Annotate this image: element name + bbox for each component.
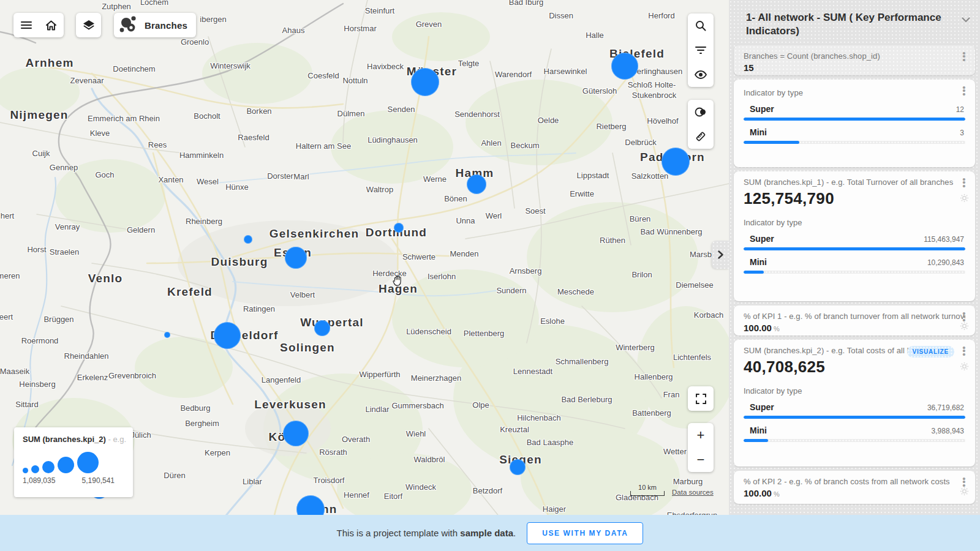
map-tools-mid (688, 100, 714, 149)
home-icon (45, 20, 57, 31)
branch-bubble[interactable] (314, 320, 330, 336)
indicator-row[interactable]: Super36,719,682 (744, 402, 965, 419)
widget-kpi1-percent: % of KPI 1 - e.g. % of branch turnover f… (734, 305, 975, 335)
gear-icon (960, 487, 969, 496)
widget-kpi2-percent: % of KPI 2 - e.g. % of branch costs from… (734, 471, 975, 504)
main-toolbar (13, 13, 64, 37)
widget-title: Indicator by type (744, 88, 965, 97)
layer-selector[interactable]: Branches (114, 13, 196, 37)
fullscreen-icon (696, 394, 706, 404)
zoom-in-button[interactable]: + (688, 423, 714, 448)
branch-bubble[interactable] (510, 459, 526, 475)
widget-value: 125,754,790 (744, 189, 965, 208)
widget-menu-button[interactable]: ••• (960, 312, 968, 322)
eye-icon (695, 70, 707, 79)
contrast-toggle-icon (695, 107, 707, 117)
widget-value: 15 (744, 62, 965, 73)
map-tools-top (688, 13, 714, 87)
app-window: ArnhemNijmegenVenloDuisburgEssenGelsenki… (0, 0, 980, 551)
branch-bubble[interactable] (411, 68, 439, 96)
legend-min-value: 1,089,035 (23, 476, 55, 485)
indicator-row[interactable]: Mini3 (744, 127, 965, 144)
gear-icon (960, 321, 969, 331)
sidebar-title: 1- All network - SUM ( Key Performance I… (746, 11, 956, 38)
fullscreen-button[interactable] (688, 386, 714, 411)
layers-button[interactable] (76, 13, 101, 37)
filter-icon (695, 45, 706, 55)
indicator-subtitle: Indicator by type (744, 386, 965, 395)
branch-bubble[interactable] (214, 322, 241, 349)
gear-icon (960, 193, 969, 203)
widget-kpi1-sum: SUM (branches.kpi_1) - e.g. Total Turnov… (734, 171, 975, 301)
legend-size-dot (58, 457, 74, 473)
branch-bubble[interactable] (611, 53, 638, 80)
measure-button[interactable] (688, 124, 714, 149)
chevron-down-icon (962, 17, 970, 23)
widget-menu-button[interactable]: ••• (960, 477, 968, 487)
legend-size-dot (23, 468, 28, 473)
widget-menu-button[interactable]: ••• (960, 51, 968, 62)
indicator-row[interactable]: Mini3,988,943 (744, 425, 965, 442)
indicator-bar (744, 271, 965, 274)
menu-button[interactable] (13, 13, 39, 37)
gear-icon (960, 362, 969, 371)
sidebar-header: 1- All network - SUM ( Key Performance I… (729, 0, 980, 45)
widget-menu-button[interactable]: ••• (960, 86, 968, 96)
branch-bubble[interactable] (662, 148, 690, 176)
widget-title: Branches = Count (branches.shop_id) (744, 51, 965, 61)
search-icon (695, 20, 706, 31)
minus-icon: − (697, 453, 705, 467)
branch-bubble[interactable] (285, 247, 307, 269)
branch-bubble[interactable] (467, 174, 486, 194)
map-scale-bracket (630, 491, 665, 496)
template-banner-text: This is a project template with sample d… (337, 528, 516, 538)
branch-bubble[interactable] (244, 235, 252, 244)
legend-size-dots (23, 451, 133, 473)
hamburger-icon (21, 21, 32, 29)
branch-bubble[interactable] (394, 223, 404, 233)
indicator-row[interactable]: Mini10,290,843 (744, 257, 965, 274)
legend-card: SUM (branches.kpi_2) - e.g. 1,089,035 5,… (14, 427, 133, 497)
ruler-icon (695, 131, 706, 142)
search-button[interactable] (688, 13, 714, 38)
template-banner: This is a project template with sample d… (0, 515, 980, 551)
data-sources-link[interactable]: Data sources (672, 489, 714, 496)
legend-max-value: 5,190,541 (82, 476, 115, 485)
map-zoom-controls: + − (688, 423, 714, 472)
branches-cluster-icon (118, 15, 140, 36)
legend-range: 1,089,035 5,190,541 (23, 476, 115, 485)
indicator-bar (744, 416, 965, 419)
layers-icon (83, 20, 95, 31)
zoom-out-button[interactable]: − (688, 448, 714, 472)
indicator-row[interactable]: Super115,463,947 (744, 234, 965, 250)
legend-size-dot (31, 465, 39, 473)
legend-size-dot (42, 461, 55, 473)
basemap-toggle-button[interactable] (688, 100, 714, 124)
indicator-bar (744, 118, 965, 121)
layers-toolbar (76, 13, 101, 37)
indicator-bar (744, 247, 965, 250)
layer-selector-label: Branches (145, 20, 187, 31)
indicator-bar (744, 439, 965, 442)
legend-title: SUM (branches.kpi_2) - e.g. (23, 435, 133, 444)
widget-menu-button[interactable]: ••• (960, 178, 968, 188)
branch-bubble[interactable] (164, 332, 170, 338)
widget-menu-button[interactable]: ••• (960, 346, 968, 356)
widget-title: % of KPI 2 - e.g. % of branch costs from… (744, 477, 965, 486)
widget-title: % of KPI 1 - e.g. % of branch turnover f… (744, 312, 965, 321)
indicator-subtitle: Indicator by type (744, 218, 965, 227)
indicator-row[interactable]: Super12 (744, 104, 965, 121)
widget-value: 100.00% (744, 488, 965, 498)
map-canvas[interactable]: ArnhemNijmegenVenloDuisburgEssenGelsenki… (0, 0, 729, 551)
sidebar-collapse-tab[interactable] (712, 241, 729, 269)
map-scale: 10 km (630, 484, 665, 496)
branch-bubble[interactable] (283, 421, 309, 446)
visualize-badge[interactable]: VISUALIZE (907, 346, 954, 358)
visibility-button[interactable] (688, 62, 714, 87)
filter-button[interactable] (688, 38, 714, 62)
home-button[interactable] (39, 13, 64, 37)
map-scale-label: 10 km (630, 484, 665, 491)
sidebar-collapse-button[interactable] (962, 17, 970, 23)
use-with-my-data-button[interactable]: USE WITH MY DATA (527, 522, 643, 544)
map-tools-fullscreen (688, 386, 714, 411)
